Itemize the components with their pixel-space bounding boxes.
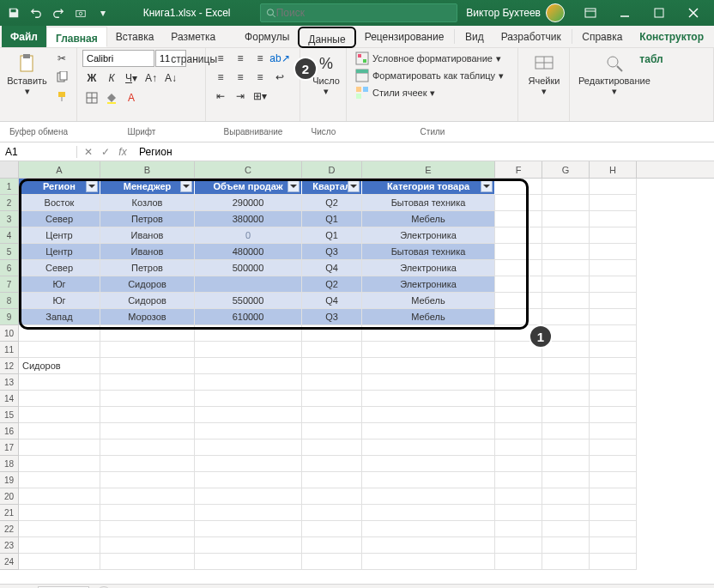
cell[interactable] xyxy=(100,488,195,505)
row-header[interactable]: 19 xyxy=(0,472,19,488)
column-header[interactable]: E xyxy=(362,161,495,178)
row-header[interactable]: 13 xyxy=(0,374,19,391)
cell[interactable] xyxy=(19,456,100,472)
cell[interactable] xyxy=(195,325,302,342)
cell[interactable] xyxy=(302,391,362,407)
cell[interactable]: Юг xyxy=(19,276,100,293)
bold-button[interactable]: Ж xyxy=(82,70,101,87)
cell[interactable] xyxy=(19,374,100,391)
cell[interactable] xyxy=(495,227,542,244)
cell[interactable] xyxy=(495,260,542,276)
merge-icon[interactable]: ⊞▾ xyxy=(251,88,269,105)
cut-icon[interactable]: ✂ xyxy=(52,50,71,67)
cell[interactable] xyxy=(495,505,542,521)
cell[interactable] xyxy=(100,374,195,391)
cell[interactable] xyxy=(590,472,637,488)
tab-review[interactable]: Рецензирование xyxy=(356,26,453,47)
cell[interactable]: Петров xyxy=(100,211,195,227)
cell[interactable] xyxy=(590,325,637,342)
wrap-text-icon[interactable]: ↩ xyxy=(270,69,289,86)
align-right-icon[interactable]: ≡ xyxy=(251,69,269,86)
row-header[interactable]: 8 xyxy=(0,293,19,309)
cell[interactable] xyxy=(590,293,637,309)
row-header[interactable]: 10 xyxy=(0,325,19,342)
cell[interactable] xyxy=(195,521,302,537)
cell[interactable] xyxy=(495,195,542,211)
cell[interactable]: 0 xyxy=(195,227,302,244)
cell[interactable] xyxy=(19,488,100,505)
row-header[interactable]: 11 xyxy=(0,342,19,358)
increase-font-icon[interactable]: A↑ xyxy=(142,70,160,87)
cell[interactable] xyxy=(302,423,362,439)
cell[interactable] xyxy=(302,439,362,456)
cell[interactable]: Бытовая техника xyxy=(362,244,495,260)
cell[interactable]: Центр xyxy=(19,227,100,244)
tab-formulas[interactable]: Формулы xyxy=(236,26,298,47)
format-painter-icon[interactable] xyxy=(52,88,71,105)
tab-layout[interactable]: Разметка страницы xyxy=(162,26,236,47)
row-header[interactable]: 4 xyxy=(0,227,19,244)
cell[interactable] xyxy=(100,439,195,456)
conditional-formatting-button[interactable]: Условное форматирование▾ xyxy=(352,50,505,67)
cell[interactable] xyxy=(362,505,495,521)
row-header[interactable]: 17 xyxy=(0,439,19,456)
cell[interactable] xyxy=(590,456,637,472)
cell[interactable]: Козлов xyxy=(100,195,195,211)
cell[interactable]: Регион xyxy=(19,179,100,195)
tab-home[interactable]: Главная xyxy=(46,27,107,47)
cell[interactable] xyxy=(495,244,542,260)
font-name-input[interactable] xyxy=(82,50,154,67)
cell[interactable] xyxy=(100,505,195,521)
cell[interactable] xyxy=(362,439,495,456)
cell[interactable]: Сидоров xyxy=(19,358,100,374)
cell[interactable] xyxy=(362,342,495,358)
cell[interactable] xyxy=(590,439,637,456)
cell[interactable] xyxy=(362,537,495,554)
cell[interactable] xyxy=(495,407,542,423)
cell[interactable]: Восток xyxy=(19,195,100,211)
cell[interactable] xyxy=(590,505,637,521)
align-left-icon[interactable]: ≡ xyxy=(211,69,230,86)
cell[interactable] xyxy=(100,423,195,439)
cell-styles-button[interactable]: Стили ячеек▾ xyxy=(352,84,439,101)
close-icon[interactable] xyxy=(676,0,711,26)
cell[interactable] xyxy=(19,505,100,521)
cell[interactable]: Север xyxy=(19,211,100,227)
cell[interactable] xyxy=(590,423,637,439)
cell[interactable] xyxy=(542,456,590,472)
cell[interactable] xyxy=(542,505,590,521)
cell[interactable] xyxy=(100,325,195,342)
decrease-indent-icon[interactable]: ⇤ xyxy=(211,88,230,105)
cell[interactable] xyxy=(495,179,542,195)
tab-file[interactable]: Файл xyxy=(2,26,46,47)
tab-view[interactable]: Вид xyxy=(457,26,493,47)
cell[interactable] xyxy=(195,358,302,374)
cell[interactable] xyxy=(542,391,590,407)
row-header[interactable]: 1 xyxy=(0,179,19,195)
column-header[interactable]: D xyxy=(302,161,362,178)
cell[interactable]: Мебель xyxy=(362,293,495,309)
cell[interactable]: Q1 xyxy=(302,211,362,227)
formula-input[interactable] xyxy=(134,146,714,158)
cell[interactable]: 500000 xyxy=(195,260,302,276)
row-header[interactable]: 14 xyxy=(0,391,19,407)
row-header[interactable]: 18 xyxy=(0,456,19,472)
cell[interactable] xyxy=(302,472,362,488)
cell[interactable] xyxy=(19,325,100,342)
cell[interactable] xyxy=(362,554,495,570)
cell[interactable] xyxy=(542,276,590,293)
cell[interactable] xyxy=(195,391,302,407)
cell[interactable] xyxy=(590,179,637,195)
cell[interactable]: Центр xyxy=(19,244,100,260)
ribbon-display-icon[interactable] xyxy=(573,0,608,26)
cell[interactable] xyxy=(590,391,637,407)
cell[interactable]: Сидоров xyxy=(100,276,195,293)
cell[interactable] xyxy=(302,407,362,423)
save-icon[interactable] xyxy=(3,3,24,23)
cell[interactable] xyxy=(590,211,637,227)
search-input[interactable] xyxy=(276,7,452,19)
cell[interactable] xyxy=(19,472,100,488)
search-box[interactable] xyxy=(260,3,457,22)
tab-table-design[interactable]: Конструктор табл xyxy=(631,26,712,47)
align-middle-icon[interactable]: ≡ xyxy=(231,50,250,67)
